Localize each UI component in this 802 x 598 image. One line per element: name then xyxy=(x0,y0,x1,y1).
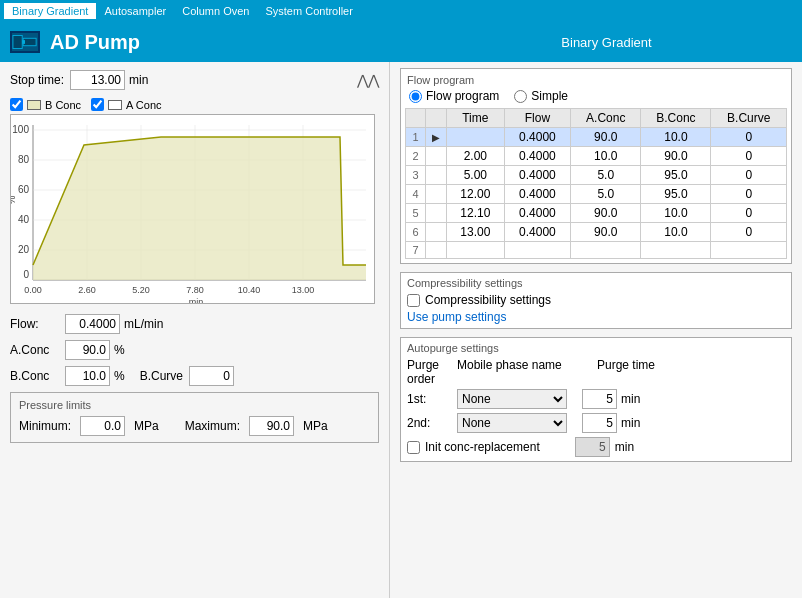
table-row[interactable]: 6 13.00 0.4000 90.0 10.0 0 xyxy=(406,223,787,242)
menu-column-oven[interactable]: Column Oven xyxy=(174,3,257,19)
row-bconc[interactable] xyxy=(641,242,711,259)
row-bcurve[interactable]: 0 xyxy=(711,223,787,242)
row-flow[interactable]: 0.4000 xyxy=(504,128,571,147)
bcurve-label: B.Curve xyxy=(140,369,183,383)
legend-a-conc: A Conc xyxy=(91,98,161,111)
row-aconc[interactable]: 90.0 xyxy=(571,223,641,242)
svg-text:2.60: 2.60 xyxy=(78,285,96,295)
comp-checkbox[interactable] xyxy=(407,294,420,307)
ap-select-2[interactable]: None xyxy=(457,413,567,433)
flow-row: Flow: mL/min xyxy=(10,314,379,334)
table-row[interactable]: 3 5.00 0.4000 5.0 95.0 0 xyxy=(406,166,787,185)
row-time[interactable]: 5.00 xyxy=(447,166,505,185)
bcurve-input[interactable] xyxy=(189,366,234,386)
flow-unit: mL/min xyxy=(124,317,163,331)
row-bconc[interactable]: 90.0 xyxy=(641,147,711,166)
row-time[interactable]: 2.00 xyxy=(447,147,505,166)
aconc-row: A.Conc % xyxy=(10,340,379,360)
table-row[interactable]: 2 2.00 0.4000 10.0 90.0 0 xyxy=(406,147,787,166)
row-num: 6 xyxy=(406,223,426,242)
legend-b-box xyxy=(27,100,41,110)
menu-autosampler[interactable]: Autosampler xyxy=(96,3,174,19)
comp-checkbox-row: Compressibility settings xyxy=(407,293,785,307)
svg-rect-2 xyxy=(22,40,25,44)
ap-col-mobile: Mobile phase name xyxy=(457,358,597,386)
radio-fp-label[interactable]: Flow program xyxy=(409,89,499,103)
row-bconc[interactable]: 95.0 xyxy=(641,166,711,185)
svg-text:0.00: 0.00 xyxy=(24,285,42,295)
menu-system-controller[interactable]: System Controller xyxy=(257,3,360,19)
row-aconc[interactable]: 90.0 xyxy=(571,204,641,223)
row-time[interactable]: 12.10 xyxy=(447,204,505,223)
ap-time-2[interactable] xyxy=(582,413,617,433)
max-input[interactable] xyxy=(249,416,294,436)
row-bcurve[interactable]: 0 xyxy=(711,204,787,223)
table-row[interactable]: 5 12.10 0.4000 90.0 10.0 0 xyxy=(406,204,787,223)
row-arrow xyxy=(426,166,447,185)
autopurge-section: Autopurge settings Purge order Mobile ph… xyxy=(400,337,792,462)
row-aconc[interactable]: 10.0 xyxy=(571,147,641,166)
bconc-input[interactable] xyxy=(65,366,110,386)
title-bar: AD Pump Binary Gradient xyxy=(0,22,802,62)
bconc-row: B.Conc % B.Curve xyxy=(10,366,379,386)
collapse-button[interactable]: ⋀⋀ xyxy=(357,72,379,88)
legend-b-checkbox[interactable] xyxy=(10,98,23,111)
radio-fp[interactable] xyxy=(409,90,422,103)
row-bcurve[interactable]: 0 xyxy=(711,185,787,204)
stop-time-label: Stop time: xyxy=(10,73,64,87)
min-input[interactable] xyxy=(80,416,125,436)
aconc-input[interactable] xyxy=(65,340,110,360)
row-flow[interactable]: 0.4000 xyxy=(504,223,571,242)
use-pump-settings-link[interactable]: Use pump settings xyxy=(407,310,506,324)
chart-svg: 100 80 60 40 20 0 % xyxy=(11,115,375,304)
bconc-label: B.Conc xyxy=(10,369,65,383)
row-aconc[interactable]: 5.0 xyxy=(571,185,641,204)
row-aconc[interactable]: 5.0 xyxy=(571,166,641,185)
row-time[interactable] xyxy=(447,128,505,147)
row-bconc[interactable]: 95.0 xyxy=(641,185,711,204)
stop-time-input[interactable] xyxy=(70,70,125,90)
row-bcurve[interactable]: 0 xyxy=(711,147,787,166)
table-row[interactable]: 4 12.00 0.4000 5.0 95.0 0 xyxy=(406,185,787,204)
legend-b-label: B Conc xyxy=(45,99,81,111)
comp-checkbox-label: Compressibility settings xyxy=(425,293,551,307)
row-bconc[interactable]: 10.0 xyxy=(641,128,711,147)
svg-text:7.80: 7.80 xyxy=(186,285,204,295)
flow-input[interactable] xyxy=(65,314,120,334)
row-flow[interactable]: 0.4000 xyxy=(504,204,571,223)
svg-text:5.20: 5.20 xyxy=(132,285,150,295)
row-aconc[interactable]: 90.0 xyxy=(571,128,641,147)
svg-text:100: 100 xyxy=(12,124,29,135)
table-row[interactable]: 7 xyxy=(406,242,787,259)
table-row[interactable]: 1 ▶ 0.4000 90.0 10.0 0 xyxy=(406,128,787,147)
radio-simple[interactable] xyxy=(514,90,527,103)
init-conc-checkbox[interactable] xyxy=(407,441,420,454)
row-time[interactable]: 13.00 xyxy=(447,223,505,242)
row-bcurve[interactable]: 0 xyxy=(711,166,787,185)
col-bcurve: B.Curve xyxy=(711,109,787,128)
row-bcurve[interactable]: 0 xyxy=(711,128,787,147)
row-time[interactable] xyxy=(447,242,505,259)
row-aconc[interactable] xyxy=(571,242,641,259)
row-num: 3 xyxy=(406,166,426,185)
row-flow[interactable] xyxy=(504,242,571,259)
ap-time-1[interactable] xyxy=(582,389,617,409)
svg-marker-22 xyxy=(33,137,366,280)
legend-a-checkbox[interactable] xyxy=(91,98,104,111)
init-unit: min xyxy=(615,440,634,454)
row-flow[interactable]: 0.4000 xyxy=(504,166,571,185)
row-time[interactable]: 12.00 xyxy=(447,185,505,204)
left-panel: Stop time: min ⋀⋀ B Conc A Conc xyxy=(0,62,390,598)
col-flow: Flow xyxy=(504,109,571,128)
row-arrow xyxy=(426,204,447,223)
row-flow[interactable]: 0.4000 xyxy=(504,185,571,204)
row-bconc[interactable]: 10.0 xyxy=(641,223,711,242)
legend-a-label: A Conc xyxy=(126,99,161,111)
radio-simple-label[interactable]: Simple xyxy=(514,89,568,103)
ap-select-1[interactable]: None xyxy=(457,389,567,409)
row-bcurve[interactable] xyxy=(711,242,787,259)
row-flow[interactable]: 0.4000 xyxy=(504,147,571,166)
row-bconc[interactable]: 10.0 xyxy=(641,204,711,223)
ap-row-2: 2nd: None min xyxy=(407,413,785,433)
menu-binary-gradient[interactable]: Binary Gradient xyxy=(4,3,96,19)
